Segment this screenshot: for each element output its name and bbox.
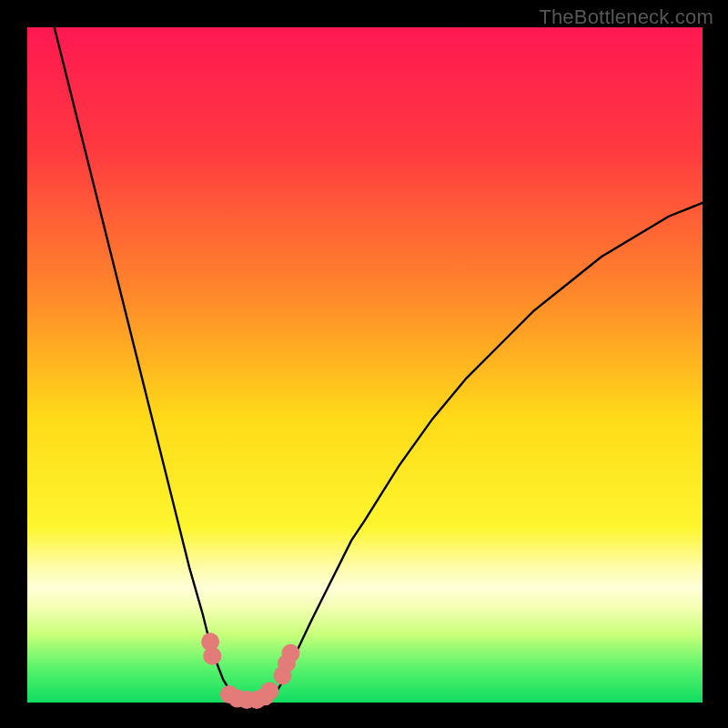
marker-group — [201, 632, 299, 709]
data-marker — [260, 682, 278, 700]
plot-area — [27, 27, 703, 703]
data-marker — [203, 647, 221, 665]
curve-layer — [27, 27, 703, 703]
watermark-text: TheBottleneck.com — [539, 5, 713, 29]
chart-frame: TheBottleneck.com — [0, 0, 728, 728]
data-marker — [281, 644, 299, 662]
bottleneck-curve — [55, 27, 703, 702]
